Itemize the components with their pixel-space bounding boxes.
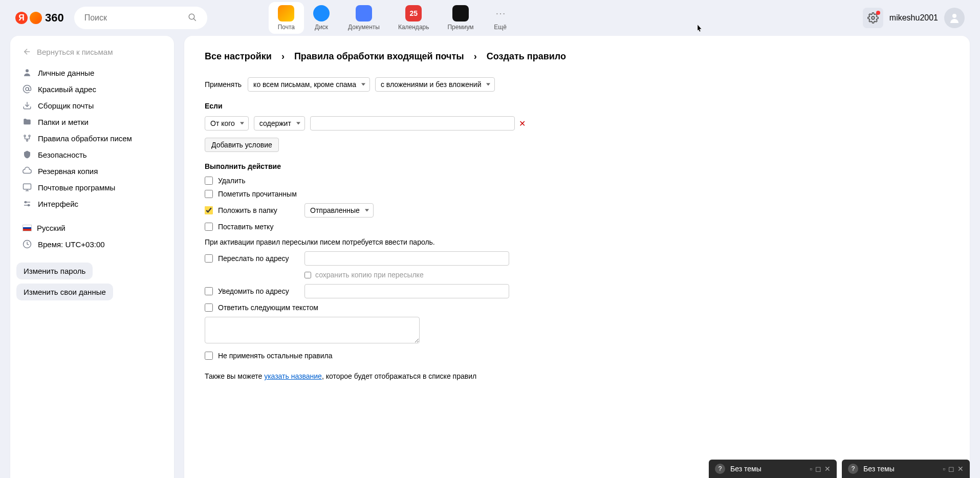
sidebar-item-personal[interactable]: Личные данные (10, 64, 174, 81)
sidebar-label: Безопасность (38, 150, 87, 159)
sidebar-item-collector[interactable]: Сборщик почты (10, 97, 174, 114)
svg-point-5 (26, 69, 29, 72)
maximize-icon[interactable]: ◻ (948, 465, 954, 473)
svg-rect-15 (24, 184, 31, 189)
notify-checkbox[interactable] (205, 287, 213, 295)
mail-icon (278, 5, 294, 21)
set-name-link[interactable]: указать название (264, 372, 322, 380)
move-folder-checkbox[interactable] (205, 206, 213, 214)
change-data-button[interactable]: Изменить свои данные (16, 284, 113, 300)
avatar[interactable] (944, 8, 965, 28)
set-label-label: Поставить метку (218, 223, 273, 231)
remove-condition-button[interactable]: ✕ (519, 119, 526, 128)
mini-title: Без темы (730, 465, 807, 473)
apply-attachments-select[interactable]: с вложениями и без вложений (375, 77, 495, 92)
nav-more[interactable]: ⋯ Ещё (483, 2, 518, 34)
nav-premium[interactable]: Премиум (438, 2, 483, 34)
mark-read-label: Пометить прочитанным (218, 190, 297, 198)
sidebar-item-backup[interactable]: Резервная копия (10, 163, 174, 179)
user-icon (948, 12, 961, 24)
footer-text-a: Также вы можете (205, 372, 264, 380)
svg-point-2 (872, 16, 875, 19)
stop-rules-label: Не применять остальные правила (218, 352, 332, 360)
question-icon: ? (715, 464, 725, 474)
svg-point-3 (952, 14, 956, 18)
nav-apps: Почта Диск Документы 25 Календарь Премиу… (269, 2, 518, 34)
back-to-mail[interactable]: Вернуться к письмам (10, 47, 174, 64)
nav-calendar[interactable]: 25 Календарь (389, 2, 439, 34)
sidebar-label: Папки и метки (38, 118, 89, 126)
search-box[interactable] (74, 7, 207, 29)
forward-checkbox[interactable] (205, 254, 213, 263)
mini-window-2[interactable]: ? Без темы ▫ ◻ ✕ (842, 460, 970, 478)
set-label-checkbox[interactable] (205, 223, 213, 231)
condition-field-select[interactable]: От кого (205, 116, 249, 131)
sidebar-label: Сборщик почты (38, 101, 94, 110)
change-password-button[interactable]: Изменить пароль (16, 263, 93, 279)
sidebar-label: Личные данные (38, 69, 94, 77)
sidebar-label: Почтовые программы (38, 183, 115, 192)
nav-disk[interactable]: Диск (304, 2, 339, 34)
close-icon[interactable]: ✕ (824, 465, 831, 473)
folder-select[interactable]: Отправленные (304, 203, 374, 218)
search-input[interactable] (84, 13, 188, 23)
logo[interactable]: Я 360 (15, 11, 64, 25)
username[interactable]: mikeshu2001 (889, 13, 938, 23)
close-icon[interactable]: ✕ (957, 465, 964, 473)
stop-rules-checkbox[interactable] (205, 352, 213, 360)
calendar-icon: 25 (405, 5, 422, 21)
move-folder-label: Положить в папку (218, 206, 277, 214)
minimize-icon[interactable]: ▫ (943, 465, 945, 473)
download-icon (23, 101, 32, 110)
minimized-windows: ? Без темы ▫ ◻ ✕ ? Без темы ▫ ◻ ✕ (709, 460, 970, 478)
footer-text-b: , которое будет отображаться в списке пр… (322, 372, 476, 380)
delete-label: Удалить (218, 177, 245, 185)
notify-address-input[interactable] (304, 284, 509, 298)
sidebar-item-time[interactable]: Время: UTC+03:00 (10, 236, 174, 252)
nav-docs[interactable]: Документы (339, 2, 389, 34)
breadcrumb-rules[interactable]: Правила обработки входящей почты (294, 51, 464, 61)
flag-ru-icon (23, 225, 32, 231)
clock-icon (23, 240, 32, 249)
nav-disk-label: Диск (315, 24, 328, 31)
breadcrumb-create[interactable]: Создать правило (487, 51, 566, 61)
premium-icon (452, 5, 469, 21)
person-icon (23, 68, 32, 77)
notify-label: Уведомить по адресу (218, 287, 289, 295)
svg-point-9 (29, 135, 30, 137)
forward-address-input[interactable] (304, 251, 509, 266)
question-icon: ? (848, 464, 858, 474)
sidebar-label: Красивый адрес (38, 85, 96, 94)
mark-read-checkbox[interactable] (205, 190, 213, 198)
condition-value-input[interactable] (310, 116, 515, 131)
svg-point-10 (27, 140, 28, 141)
condition-op-select[interactable]: содержит (254, 116, 305, 131)
add-condition-button[interactable]: Добавить условие (205, 138, 279, 152)
breadcrumb-all[interactable]: Все настройки (205, 51, 272, 61)
mini-window-1[interactable]: ? Без темы ▫ ◻ ✕ (709, 460, 837, 478)
nav-docs-label: Документы (348, 24, 380, 31)
maximize-icon[interactable]: ◻ (815, 465, 821, 473)
search-icon[interactable] (188, 13, 197, 24)
sidebar-item-folders[interactable]: Папки и метки (10, 114, 174, 130)
sidebar-item-language[interactable]: Русский (10, 220, 174, 236)
keep-copy-checkbox[interactable] (304, 272, 311, 278)
back-label: Вернуться к письмам (37, 48, 113, 56)
folder-icon (23, 117, 32, 126)
sidebar-item-rules[interactable]: Правила обработки писем (10, 130, 174, 146)
delete-checkbox[interactable] (205, 177, 213, 185)
svg-point-8 (24, 135, 26, 137)
settings-button[interactable] (863, 8, 883, 28)
sidebar-item-interface[interactable]: Интерфейс (10, 195, 174, 212)
reply-text-input[interactable] (205, 317, 420, 343)
nav-mail[interactable]: Почта (269, 2, 304, 34)
minimize-icon[interactable]: ▫ (810, 465, 812, 473)
sidebar-item-address[interactable]: Красивый адрес (10, 81, 174, 97)
yandex-icon: Я (15, 12, 28, 24)
reply-checkbox[interactable] (205, 303, 213, 312)
svg-point-21 (28, 205, 30, 206)
nav-premium-label: Премиум (447, 24, 473, 31)
apply-scope-select[interactable]: ко всем письмам, кроме спама (248, 77, 370, 92)
sidebar-item-security[interactable]: Безопасность (10, 146, 174, 163)
sidebar-item-programs[interactable]: Почтовые программы (10, 179, 174, 195)
